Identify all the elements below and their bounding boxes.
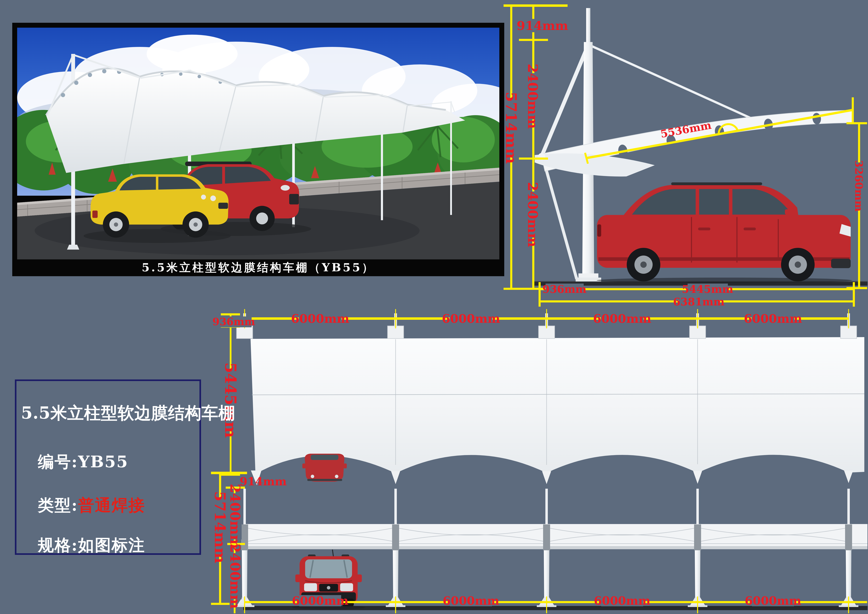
- spec-title: 5.5米立柱型软边膜结构车棚: [21, 402, 194, 425]
- svg-text:2400mm: 2400mm: [227, 544, 243, 609]
- svg-text:2400mm: 2400mm: [227, 484, 243, 549]
- dim-label-plan-rear-offset: 936mm: [212, 316, 255, 328]
- spec-row-size: 规格:如图标注: [38, 534, 145, 556]
- svg-text:936mm: 936mm: [542, 283, 586, 295]
- dim-label-front-span-1: 6000mm: [292, 594, 348, 608]
- spec-row-code: 编号:YB55: [38, 451, 128, 473]
- svg-text:6000mm: 6000mm: [593, 312, 651, 326]
- spec-code-value: YB55: [78, 452, 128, 471]
- dim-label-front-total-height: 5714mm: [211, 491, 229, 563]
- suv-side-view: [597, 182, 852, 283]
- dim-label-front-span-3: 6000mm: [594, 594, 650, 608]
- svg-text:6000mm: 6000mm: [291, 312, 349, 326]
- mast-foot: [578, 273, 598, 278]
- svg-text:5714mm: 5714mm: [502, 92, 520, 164]
- dim-label-plan-span-2: 6000mm: [442, 312, 500, 326]
- render-photo-panel: 5.5米立柱型软边膜结构车棚（YB55）: [12, 23, 504, 276]
- back-stay: [542, 44, 589, 154]
- svg-text:6000mm: 6000mm: [594, 594, 650, 608]
- spec-type-label: 类型:: [38, 496, 78, 515]
- spec-row-type: 类型:普通焊接: [38, 495, 145, 516]
- dim-label-front-span-4: 6000mm: [745, 594, 801, 608]
- svg-text:3260mm: 3260mm: [853, 160, 865, 212]
- svg-text:6000mm: 6000mm: [443, 594, 499, 608]
- dim-label-side-lower-column: 2400mm: [525, 182, 541, 247]
- plan-view: 6000mm 6000mm 6000mm 6000mm 936mm 5445mm: [212, 309, 864, 485]
- mast-tip: [586, 8, 591, 44]
- svg-text:5714mm: 5714mm: [211, 491, 229, 563]
- dim-label-front-span-2: 6000mm: [443, 594, 499, 608]
- svg-text:2400mm: 2400mm: [525, 182, 541, 247]
- spec-size-value: 如图标注: [78, 536, 145, 555]
- plan-car-top-view: [302, 454, 347, 482]
- side-elevation-view: 914mm 2400mm 5714mm 2400mm 5536mm 3260mm…: [502, 6, 868, 308]
- dim-label-front-lower-column: 2400mm: [227, 544, 243, 609]
- svg-text:2400mm: 2400mm: [525, 64, 541, 129]
- spec-type-value: 普通焊接: [78, 496, 145, 515]
- drawing-sheet: 914mm 2400mm 5714mm 2400mm 5536mm 3260mm…: [0, 0, 868, 614]
- dim-label-front-mast-top: 914mm: [240, 475, 287, 488]
- svg-text:5445mm: 5445mm: [222, 362, 240, 438]
- svg-text:5445mm: 5445mm: [682, 283, 733, 295]
- base-plate: [576, 278, 601, 281]
- dim-label-plan-depth: 5445mm: [222, 362, 240, 438]
- svg-text:6000mm: 6000mm: [292, 594, 348, 608]
- dim-label-side-total-depth: 6381mm: [673, 296, 724, 308]
- svg-text:936mm: 936mm: [212, 316, 255, 328]
- render-photo: [17, 28, 499, 259]
- spec-code-label: 编号:: [38, 452, 78, 471]
- svg-text:914mm: 914mm: [517, 19, 568, 33]
- render-scene: [17, 28, 499, 259]
- svg-text:6381mm: 6381mm: [673, 296, 724, 308]
- svg-text:6000mm: 6000mm: [745, 594, 801, 608]
- front-elevation-view: 914mm 2400mm 5714mm 2400mm 6000mm 6000mm…: [211, 473, 868, 613]
- dim-label-front-upper-column: 2400mm: [227, 484, 243, 549]
- front-stay: [590, 45, 770, 127]
- lower-diagonal: [543, 158, 577, 279]
- front-canopy-band: [245, 524, 868, 549]
- spec-size-label: 规格:: [38, 536, 78, 555]
- svg-text:6000mm: 6000mm: [744, 312, 802, 326]
- plan-membrane: [251, 337, 864, 474]
- dim-label-side-upper-column: 2400mm: [525, 64, 541, 129]
- dim-label-side-span: 5445mm: [682, 283, 733, 295]
- dim-label-plan-span-1: 6000mm: [291, 312, 349, 326]
- dim-label-side-front-clearance: 3260mm: [853, 160, 865, 212]
- photo-caption: 5.5米立柱型软边膜结构车棚（YB55）: [12, 259, 504, 276]
- dim-label-side-total-height: 5714mm: [502, 92, 520, 164]
- svg-text:6000mm: 6000mm: [442, 312, 500, 326]
- dim-label-side-rear-offset: 936mm: [542, 283, 586, 295]
- dim-label-plan-span-3: 6000mm: [593, 312, 651, 326]
- dim-label-side-mast-top: 914mm: [517, 19, 568, 33]
- info-panel: 5.5米立柱型软边膜结构车棚 编号:YB55 类型:普通焊接 规格:如图标注: [15, 380, 201, 555]
- dim-label-plan-span-4: 6000mm: [744, 312, 802, 326]
- svg-text:914mm: 914mm: [240, 475, 287, 488]
